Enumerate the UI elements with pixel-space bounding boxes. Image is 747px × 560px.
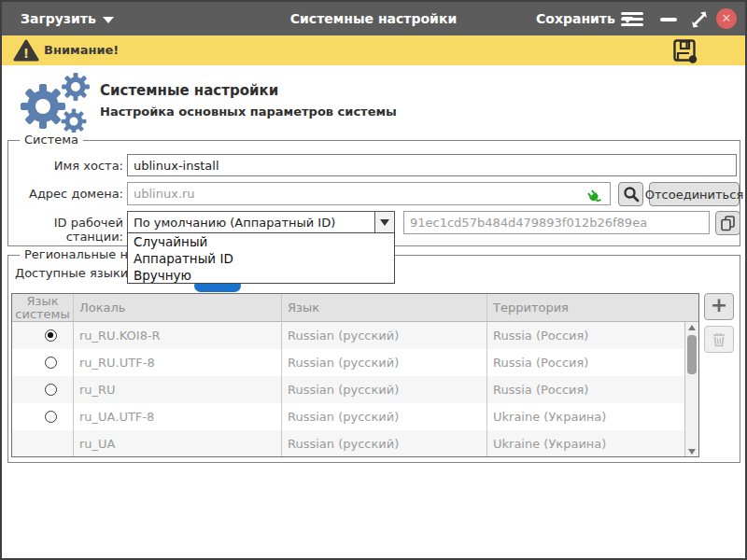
table-row[interactable]: ru_RU.UTF-8 Russian (русский) Russia (Ро… [12,349,684,376]
warning-bar: ! Внимание! [2,35,745,65]
locales-table: Язык системы Локаль Язык Территория ru_R… [11,293,699,457]
cell-language: Russian (русский) [288,376,486,403]
station-id-label: ID рабочей станции: [2,216,123,244]
svg-text:!: ! [23,46,29,61]
disconnect-label: Отсоединиться [645,188,744,202]
system-fieldset-legend: Система [20,133,83,147]
scrollbar-thumb[interactable] [687,335,697,374]
combobox-arrow-icon[interactable] [374,212,394,232]
trash-icon [712,331,726,347]
cell-territory: Ukraine (Украина) [493,430,680,457]
station-id-combobox[interactable]: По умолчанию (Аппаратный ID) [127,211,395,233]
hostname-value: ublinux-install [134,159,219,173]
hostname-label: Имя хоста: [2,159,123,173]
col-header-language: Язык [288,301,319,315]
hostname-input[interactable]: ublinux-install [127,154,737,176]
station-id-selected-option: По умолчанию (Аппаратный ID) [128,216,374,230]
system-settings-window: Загрузить Системные настройки Сохранить … [0,0,747,560]
cell-language: Russian (русский) [288,349,486,376]
col-header-system-language: Язык системы [12,295,73,321]
gears-icon [13,73,97,134]
cell-locale: ru_RU.KOI8-R [79,322,280,349]
cell-locale: ru_UA.UTF-8 [79,403,280,430]
scroll-down-icon[interactable] [685,446,698,457]
table-row[interactable]: ru_RU.KOI8-R Russian (русский) Russia (Р… [12,322,684,349]
close-button[interactable]: ✕ [716,8,737,29]
search-icon [623,186,640,203]
copy-icon [720,215,736,231]
cell-territory: Russia (Россия) [493,376,680,403]
warning-text: Внимание! [44,43,119,57]
cell-territory: Russia (Россия) [493,322,680,349]
plus-icon: + [711,296,727,315]
station-id-value: 91ec1cd57b484d479893f012b26f89ea [410,216,647,230]
scroll-up-icon[interactable] [685,322,698,333]
save-disk-icon[interactable] [672,38,698,63]
cell-territory: Ukraine (Украина) [493,403,680,430]
maximize-icon[interactable] [689,9,710,34]
title-bar: Загрузить Системные настройки Сохранить … [2,2,745,35]
page-title: Системные настройки [100,82,278,99]
column-divider [486,294,487,456]
cell-language: Russian (русский) [288,403,486,430]
domain-value: ublinux.ru [134,187,585,201]
system-language-radio[interactable] [45,357,57,369]
save-menu-button[interactable]: Сохранить [536,2,633,35]
cell-locale: ru_RU [79,376,280,403]
domain-input[interactable]: ublinux.ru [127,182,611,205]
column-divider [281,294,282,456]
station-id-value-input[interactable]: 91ec1cd57b484d479893f012b26f89ea [403,211,710,234]
domain-label: Адрес домена: [2,187,123,201]
domain-search-button[interactable] [618,182,643,206]
minimize-button[interactable] [660,18,677,21]
system-language-radio[interactable] [45,411,57,423]
page-subtitle: Настройка основных параметров системы [100,105,397,119]
dropdown-option-manual[interactable]: Вручную [128,267,394,284]
plug-connected-icon [585,187,604,202]
station-id-dropdown-list: Случайный Аппаратный ID Вручную [127,232,395,284]
cell-locale: ru_UA [79,430,280,457]
table-row[interactable]: ru_UA Russian (русский) Ukraine (Украина… [12,430,684,457]
col-header-territory: Территория [493,301,569,315]
delete-locale-button[interactable] [704,326,734,353]
disconnect-button[interactable]: Отсоединиться [649,182,740,206]
cell-language: Russian (русский) [288,322,486,349]
col-header-locale: Локаль [79,301,126,315]
column-divider [73,294,74,456]
cell-territory: Russia (Россия) [493,349,680,376]
warning-triangle-icon: ! [13,39,39,63]
table-row[interactable]: ru_RU Russian (русский) Russia (Россия) [12,376,684,403]
table-row[interactable]: ru_UA.UTF-8 Russian (русский) Ukraine (У… [12,403,684,430]
copy-id-button[interactable] [715,211,740,235]
hamburger-menu-icon[interactable] [621,12,643,26]
cell-locale: ru_RU.UTF-8 [79,349,280,376]
add-locale-button[interactable]: + [704,293,734,320]
cell-language: Russian (русский) [288,430,486,457]
dropdown-option-hardware[interactable]: Аппаратный ID [128,250,394,267]
dropdown-option-random[interactable]: Случайный [128,233,394,250]
table-scrollbar[interactable] [684,322,698,457]
save-menu-label: Сохранить [536,2,615,35]
system-language-radio[interactable] [45,384,57,396]
table-header-row: Язык системы Локаль Язык Территория [12,294,698,322]
system-language-radio[interactable] [45,329,57,342]
